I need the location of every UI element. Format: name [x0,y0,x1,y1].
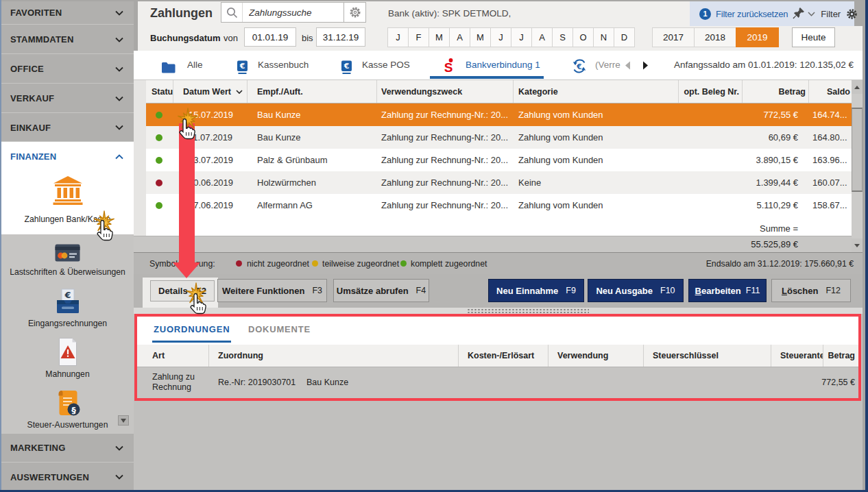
col-header-empf[interactable]: Empf./Auft. [248,80,377,103]
col-header-datum[interactable]: Datum Wert [173,80,248,103]
sidebar-group-marketing[interactable]: MARKETING [1,434,134,463]
status-dot [156,202,162,209]
month-button-jul[interactable]: J [511,27,532,47]
summe-value-strip: 55.525,89 € [134,236,863,252]
vertical-scrollbar[interactable] [852,80,863,252]
zuordnung-renr: Re.-Nr: 2019030701 [218,378,296,387]
tutorial-arrow-head [173,262,200,278]
dcol-betrag[interactable]: Betrag [823,345,858,367]
search-settings-button[interactable] [343,2,366,23]
tab-verrechnung[interactable]: (Verre [595,60,620,70]
sidebar-item-mahnungen-label[interactable]: Mahnungen [1,369,134,379]
sidebar-item-lastschriften-label[interactable]: Lastschriften & Überweisungen [1,267,134,277]
search-input[interactable] [243,3,343,22]
today-button[interactable]: Heute [792,27,835,47]
month-button-mai[interactable]: M [470,27,491,47]
sidebar-item-eingangsrechnungen[interactable]: € [1,288,134,318]
dcol-steueranteil[interactable]: Steueranteil [771,345,823,367]
col-header-saldo[interactable]: Saldo [809,80,852,103]
col-header-beleg[interactable]: opt. Beleg Nr. [679,80,743,103]
active-bank-label: Bank (aktiv): SPK DETMOLD, [388,8,511,19]
details-row[interactable]: Zahlung zuRechnung Re.-Nr: 2019030701 Ba… [137,367,858,398]
triangle-down-icon [854,244,860,247]
button-label: Löschen [782,286,818,296]
sidebar-group-finanzen[interactable]: FINANZEN [1,142,134,171]
scroll-up-button[interactable] [852,80,863,94]
date-to-label: bis [302,29,313,47]
saldo-cell: 164.80... [809,126,852,149]
legend-dot-red [236,260,242,267]
date-to-input[interactable] [316,27,365,47]
sidebar-group-auswertungen[interactable]: AUSWERTUNGEN [1,463,134,491]
sidebar-group-office[interactable]: OFFICE [1,55,134,84]
splitter-handle[interactable] [467,308,589,313]
beleg-cell [679,103,743,126]
sidebar-item-lastschriften[interactable] [1,244,134,265]
sidebar-item-mahnungen[interactable] [1,338,134,369]
sidebar-item-eingangsrechnungen-label[interactable]: Eingangsrechnungen [1,319,134,328]
pin-icon[interactable] [792,7,805,21]
chevron-down-icon [115,96,123,101]
year-button-2018[interactable]: 2018 [694,27,736,47]
month-button-aug[interactable]: A [531,27,553,47]
dcol-art[interactable]: Art [137,345,209,367]
neu-einnahme-button[interactable]: Neu EinnahmeF9 [488,279,584,302]
month-button-feb[interactable]: F [408,27,429,47]
chevron-down-icon[interactable] [808,12,815,16]
month-button-okt[interactable]: O [572,27,594,47]
loeschen-button[interactable]: LöschenF12 [771,279,851,302]
sidebar-group-einkauf[interactable]: EINKAUF [1,114,134,142]
sidebar-item-steuer-label[interactable]: Steuer-Auswertungen [1,420,134,430]
month-button-dez[interactable]: D [614,27,635,47]
neu-ausgabe-button[interactable]: Neu AusgabeF10 [588,279,684,302]
arrow-right-icon[interactable] [642,61,649,70]
tab-kasse-pos[interactable]: Kasse POS [362,60,410,70]
tab-zuordnungen[interactable]: ZUORDNUNGEN [154,324,230,334]
status-dot [156,134,162,141]
bearbeiten-button[interactable]: BearbeitenF11 [688,279,767,302]
filter-gear-icon[interactable] [846,8,858,20]
chevron-left-icon[interactable] [625,61,631,70]
year-button-2019[interactable]: 2019 [736,27,779,47]
sidebar-group-verkauf[interactable]: VERKAUF [1,84,134,113]
table-row[interactable]: 30.06.2019 Holzwürmchen Zahlung zur Rech… [146,171,852,194]
month-button-apr[interactable]: A [449,27,470,47]
month-button-sep[interactable]: S [552,27,573,47]
sidebar-group-stammdaten[interactable]: STAMMDATEN [1,25,134,54]
col-header-zweck[interactable]: Verwendungszweck [377,80,514,103]
dcol-kosten[interactable]: Kosten-/Erlösart [459,345,548,367]
dcol-steuerschluessel[interactable]: Steuerschlüssel [644,345,771,367]
tab-bankverbindung[interactable]: Bankverbindung 1 [466,60,540,70]
sidebar-group-favoriten[interactable]: FAVORITEN [1,1,134,25]
month-button-mar[interactable]: M [429,27,450,47]
month-button-jun[interactable]: J [490,27,511,47]
tab-dokumente[interactable]: DOKUMENTE [248,324,311,334]
tab-kassenbuch[interactable]: Kassenbuch [258,60,309,70]
year-button-2017[interactable]: 2017 [652,27,695,47]
tab-alle[interactable]: Alle [187,60,203,70]
sync-euro-icon[interactable]: € [571,58,588,74]
month-button-nov[interactable]: N [593,27,614,47]
sidebar-item-steuer[interactable]: § [1,389,134,421]
table-row[interactable]: 15.07.2019 Bau Kunze Zahlung zur Rechnun… [146,103,852,126]
col-header-betrag[interactable]: Betrag [743,80,809,103]
filter-reset-link[interactable]: Filter zurücksetzen [716,9,788,19]
dcol-zuordnung[interactable]: Zuordnung [209,345,459,367]
umsaetze-abrufen-button[interactable]: Umsätze abrufenF4 [333,279,429,302]
sidebar-item-zahlungen[interactable] [1,174,134,208]
dcol-verwendung[interactable]: Verwendung [548,345,644,367]
date-from-input[interactable] [244,27,296,47]
sidebar-group-label: FINANZEN [10,151,56,162]
month-button-jan[interactable]: J [387,27,409,47]
scroll-down-button[interactable] [852,238,863,252]
table-row[interactable]: 03.07.2019 Palz & Grünbaum Zahlung zur R… [146,149,852,171]
sidebar-group-label: STAMMDATEN [10,34,74,45]
table-row[interactable]: 07.06.2019 Alfermann AG Zahlung zur Rech… [146,194,852,217]
scrollbar-thumb[interactable] [852,108,863,192]
col-header-status[interactable]: Status [146,80,173,103]
col-header-kategorie[interactable]: Kategorie [514,80,679,103]
sidebar-expand-button[interactable] [118,415,129,426]
details-header-row: Art Zuordnung Kosten-/Erlösart Verwendun… [137,345,858,367]
weitere-funktionen-button[interactable]: Weitere FunktionenF3 [217,279,327,302]
table-row[interactable]: 11.07.2019 Bau Kunze Zahlung zur Rechnun… [146,126,852,149]
